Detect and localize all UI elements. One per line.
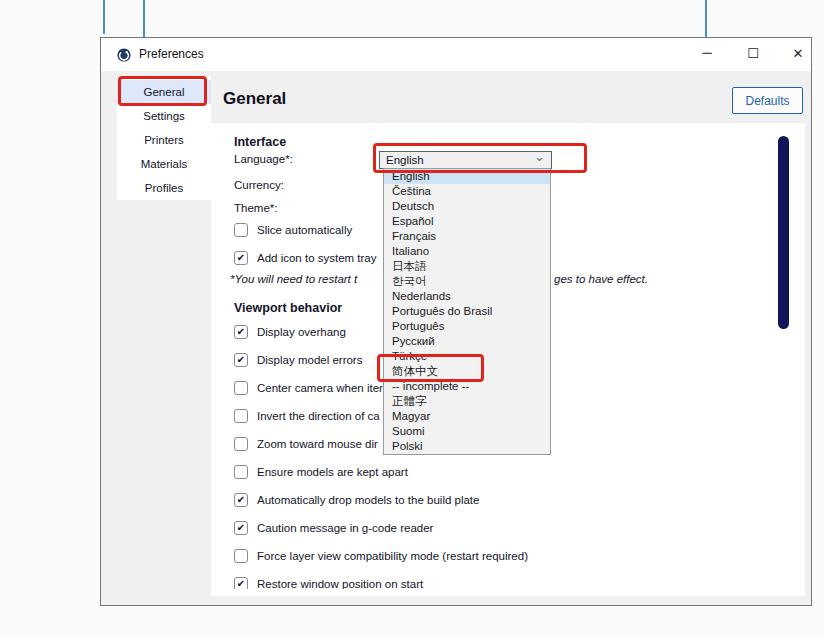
- language-option[interactable]: 正體字: [384, 394, 550, 409]
- language-label: Language*:: [234, 153, 293, 165]
- checkbox-label: Display overhang: [257, 326, 346, 338]
- vertical-scrollbar[interactable]: [778, 136, 789, 329]
- viewport-section-heading: Viewport behavior: [234, 301, 342, 315]
- sidebar-item[interactable]: Printers: [117, 128, 211, 152]
- checkbox-label: Caution message in g-code reader: [257, 522, 433, 534]
- check-icon: ✔: [237, 522, 245, 533]
- checkbox[interactable]: ✔: [234, 381, 248, 395]
- sidebar-item[interactable]: General: [117, 80, 211, 104]
- check-icon: ✔: [237, 252, 245, 263]
- chevron-down-icon: ⌄: [534, 152, 545, 162]
- check-icon: ✔: [237, 354, 245, 365]
- maximize-button[interactable]: ☐: [738, 38, 768, 71]
- close-button[interactable]: ✕: [783, 38, 813, 71]
- checkbox-row[interactable]: ✔ Restore window position on start: [234, 570, 528, 589]
- checkbox[interactable]: ✔: [234, 493, 248, 507]
- preferences-sidebar: General Settings Printers Materials Prof…: [117, 76, 211, 200]
- checkbox-row[interactable]: ✔ Force layer view compatibility mode (r…: [234, 542, 528, 570]
- minimize-button[interactable]: ─: [692, 38, 722, 71]
- language-option[interactable]: -- incomplete --: [384, 379, 550, 394]
- language-option[interactable]: 日本語: [384, 259, 550, 274]
- checkbox-label: Restore window position on start: [257, 578, 423, 589]
- language-selected-value: English: [386, 154, 534, 166]
- cura-app-icon: [117, 48, 131, 62]
- checkbox-label: Automatically drop models to the build p…: [257, 494, 479, 506]
- language-option[interactable]: Italiano: [384, 244, 550, 259]
- language-option[interactable]: Русский: [384, 334, 550, 349]
- interface-checkbox-group: ✔ Slice automatically ✔ Add icon to syst…: [234, 216, 377, 272]
- language-option[interactable]: Magyar: [384, 409, 550, 424]
- title-bar: Preferences ─ ☐ ✕: [101, 38, 811, 71]
- checkbox[interactable]: ✔: [234, 353, 248, 367]
- language-option[interactable]: Nederlands: [384, 289, 550, 304]
- interface-section-heading: Interface: [234, 135, 286, 149]
- checkbox[interactable]: ✔: [234, 223, 248, 237]
- language-option[interactable]: English: [384, 169, 550, 184]
- sidebar-item[interactable]: Profiles: [117, 176, 211, 200]
- language-option[interactable]: Čeština: [384, 184, 550, 199]
- theme-label: Theme*:: [234, 202, 277, 214]
- checkbox-label: Slice automatically: [257, 224, 352, 236]
- checkbox[interactable]: ✔: [234, 521, 248, 535]
- checkbox-label: Display model errors: [257, 354, 362, 366]
- checkbox-label: Ensure models are kept apart: [257, 466, 408, 478]
- language-dropdown[interactable]: English ⌄: [379, 151, 552, 169]
- language-option[interactable]: Suomi: [384, 424, 550, 439]
- checkbox[interactable]: ✔: [234, 251, 248, 265]
- checkbox[interactable]: ✔: [234, 325, 248, 339]
- check-icon: ✔: [237, 578, 245, 589]
- checkbox-row[interactable]: ✔ Caution message in g-code reader: [234, 514, 528, 542]
- currency-label: Currency:: [234, 179, 284, 191]
- checkbox[interactable]: ✔: [234, 465, 248, 479]
- checkbox-row[interactable]: ✔ Ensure models are kept apart: [234, 458, 528, 486]
- checkbox-row[interactable]: ✔ Slice automatically: [234, 216, 377, 244]
- checkbox-label: Center camera when iter: [257, 382, 383, 394]
- language-option[interactable]: Español: [384, 214, 550, 229]
- language-option[interactable]: Türkçe: [384, 349, 550, 364]
- checkbox-label: Zoom toward mouse dir: [257, 438, 378, 450]
- checkbox[interactable]: ✔: [234, 437, 248, 451]
- language-option[interactable]: Français: [384, 229, 550, 244]
- checkbox[interactable]: ✔: [234, 577, 248, 589]
- language-option[interactable]: 简体中文: [384, 364, 550, 379]
- defaults-button[interactable]: Defaults: [732, 87, 803, 114]
- checkbox[interactable]: ✔: [234, 549, 248, 563]
- checkbox-row[interactable]: ✔ Add icon to system tray: [234, 244, 377, 272]
- checkbox-label: Invert the direction of ca: [257, 410, 380, 422]
- checkbox-label: Force layer view compatibility mode (res…: [257, 550, 528, 562]
- background-window-line: [143, 0, 145, 37]
- restart-note-left: *You will need to restart t: [230, 273, 357, 285]
- language-option[interactable]: Português: [384, 319, 550, 334]
- check-icon: ✔: [237, 326, 245, 337]
- checkbox-row[interactable]: ✔ Automatically drop models to the build…: [234, 486, 528, 514]
- language-option[interactable]: Polski: [384, 439, 550, 454]
- sidebar-item[interactable]: Settings: [117, 104, 211, 128]
- language-option[interactable]: Deutsch: [384, 199, 550, 214]
- preferences-dialog: Preferences ─ ☐ ✕ General Settings Print…: [100, 37, 812, 606]
- background-window-line: [705, 0, 707, 37]
- language-option[interactable]: Português do Brasil: [384, 304, 550, 319]
- restart-note-right: ges to have effect.: [554, 273, 648, 285]
- checkbox-label: Add icon to system tray: [257, 252, 377, 264]
- background-window-line: [103, 0, 105, 34]
- check-icon: ✔: [237, 494, 245, 505]
- language-option[interactable]: 한국어: [384, 274, 550, 289]
- language-dropdown-list: English Čeština Deutsch Español Français…: [383, 168, 551, 455]
- window-title: Preferences: [139, 47, 204, 61]
- sidebar-item[interactable]: Materials: [117, 152, 211, 176]
- page-title: General: [223, 89, 286, 109]
- checkbox[interactable]: ✔: [234, 409, 248, 423]
